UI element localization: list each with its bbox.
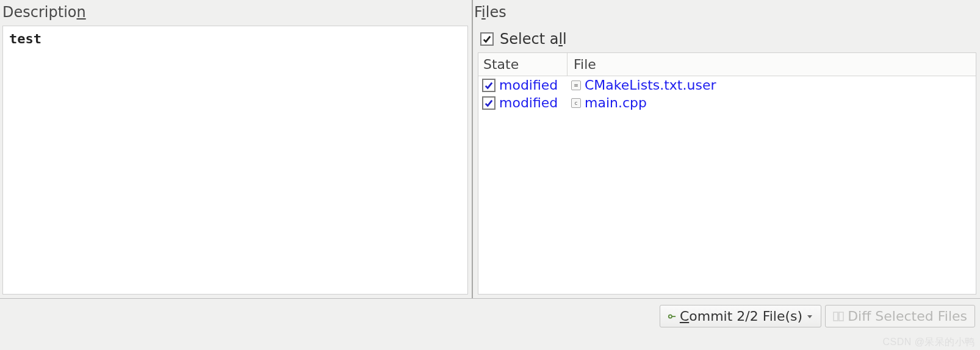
select-all-label: Select all [500,30,567,48]
button-bar: Commit 2/2 File(s) Diff Selected Files [0,302,980,330]
description-label: Description [2,1,468,26]
svg-marker-2 [807,315,812,318]
files-rows: modified ≡ CMakeLists.txt.user modified [478,76,976,294]
row-filename: main.cpp [585,95,647,110]
select-all-checkbox[interactable] [480,32,494,46]
files-table: State File modified ≡ CMakeLists.txt.use… [478,52,976,295]
checkmark-icon [483,35,491,43]
checkmark-icon [485,99,493,107]
file-type-icon: c [571,98,581,108]
row-state: modified [499,95,558,110]
chevron-down-icon [806,313,813,320]
commit-icon [668,312,676,321]
svg-rect-3 [834,312,838,321]
svg-rect-4 [839,312,843,321]
table-row[interactable]: modified ≡ CMakeLists.txt.user [478,76,976,94]
description-text: test [9,31,41,46]
files-table-header: State File [478,53,976,76]
description-pane: Description test [0,0,473,298]
diff-button-label: Diff Selected Files [848,309,967,324]
commit-button-label: Commit 2/2 File(s) [680,309,802,324]
row-checkbox[interactable] [482,79,495,92]
diff-icon [833,311,844,322]
row-checkbox[interactable] [482,96,495,110]
watermark: CSDN @呆呆的小鸭 [882,336,975,349]
table-row[interactable]: modified c main.cpp [478,94,976,112]
select-all-row: Select all [474,26,976,52]
column-header-file[interactable]: File [567,53,976,76]
files-pane: Files Select all State File [473,0,980,298]
diff-selected-button: Diff Selected Files [825,305,975,327]
column-header-state[interactable]: State [478,53,567,76]
checkmark-icon [485,81,493,90]
files-label: Files [474,1,976,26]
file-type-icon: ≡ [571,80,581,90]
commit-button[interactable]: Commit 2/2 File(s) [660,305,821,327]
row-filename: CMakeLists.txt.user [585,77,716,93]
row-state: modified [499,77,558,93]
description-input[interactable]: test [2,26,468,295]
svg-point-0 [669,315,672,318]
